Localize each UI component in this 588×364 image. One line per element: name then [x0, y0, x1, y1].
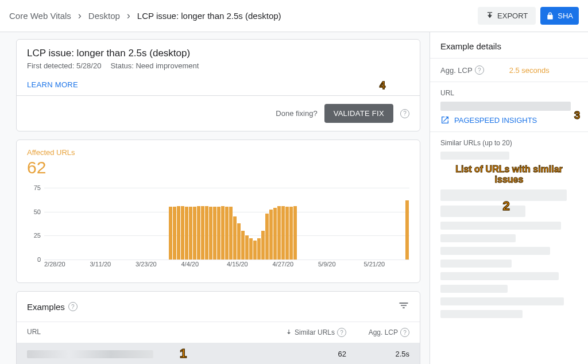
agg-lcp-value: 2.5 seconds	[509, 66, 550, 75]
issue-title: LCP issue: longer than 2.5s (desktop)	[27, 48, 409, 59]
list-item	[440, 297, 564, 305]
done-fixing-label: Done fixing?	[276, 109, 317, 118]
help-icon[interactable]: ?	[337, 328, 346, 337]
list-item	[440, 152, 509, 160]
example-details-panel: Example details Agg. LCP ? 2.5 seconds U…	[430, 32, 588, 364]
list-item	[440, 272, 559, 280]
chevron-right-icon: ›	[127, 10, 130, 22]
filter-icon[interactable]	[398, 300, 409, 313]
list-item	[440, 189, 567, 201]
similar-urls-label: Similar URLs (up to 20)	[440, 139, 578, 147]
first-detected: First detected: 5/28/20	[27, 61, 101, 70]
open-external-icon	[440, 115, 450, 125]
lock-icon	[546, 12, 554, 20]
help-icon[interactable]: ?	[68, 302, 78, 311]
breadcrumb-level-desktop[interactable]: Desktop	[88, 11, 120, 21]
download-icon	[486, 12, 494, 20]
list-item	[440, 260, 512, 268]
list-item	[440, 310, 523, 318]
sort-desc-icon	[285, 328, 292, 337]
list-item	[440, 234, 516, 242]
url-cell-redacted	[27, 350, 153, 358]
panel-title: Example details	[430, 32, 588, 58]
breadcrumb-root[interactable]: Core Web Vitals	[9, 11, 71, 21]
export-label: EXPORT	[497, 11, 528, 20]
url-section-label: URL	[440, 89, 578, 97]
list-item	[440, 206, 525, 217]
help-icon[interactable]: ?	[400, 328, 409, 337]
similar-cell: 62	[272, 350, 346, 358]
annotation-text: List of URLs with similar issues	[440, 164, 578, 185]
issue-card: LCP issue: longer than 2.5s (desktop) Fi…	[16, 39, 420, 131]
examples-card: Examples ? URL Similar URLs ? Agg. LCP ?	[16, 291, 420, 364]
share-label: SHA	[558, 11, 573, 20]
export-button[interactable]: EXPORT	[478, 7, 536, 25]
affected-label: Affected URLs	[27, 148, 409, 157]
affected-urls-chart: 0255075 2/28/203/11/203/23/204/4/204/15/…	[27, 188, 409, 277]
help-icon[interactable]: ?	[475, 65, 484, 75]
chevron-right-icon: ›	[78, 10, 82, 22]
affected-count: 62	[27, 158, 409, 177]
header-bar: Core Web Vitals › Desktop › LCP issue: l…	[0, 0, 588, 32]
list-item	[440, 247, 550, 255]
affected-urls-card: Affected URLs 62 0255075 2/28/203/11/203…	[16, 140, 420, 283]
table-row[interactable]: 1 62 2.5s	[17, 343, 420, 364]
validate-fix-button[interactable]: VALIDATE FIX	[324, 104, 393, 123]
breadcrumb: Core Web Vitals › Desktop › LCP issue: l…	[9, 10, 281, 22]
col-agg-lcp[interactable]: Agg. LCP ?	[346, 328, 409, 337]
url-value-redacted	[440, 102, 571, 111]
breadcrumb-current: LCP issue: longer than 2.5s (desktop)	[137, 11, 281, 21]
col-similar[interactable]: Similar URLs ?	[272, 328, 346, 337]
examples-title: Examples ?	[27, 302, 78, 312]
agg-lcp-label: Agg. LCP ?	[440, 65, 484, 75]
status-text: Status: Need improvement	[110, 61, 199, 70]
share-button[interactable]: SHA	[540, 7, 579, 25]
learn-more-link[interactable]: LEARN MORE	[27, 80, 78, 89]
agg-cell: 2.5s	[346, 350, 409, 358]
list-item	[440, 285, 508, 293]
list-item	[440, 222, 561, 230]
col-url[interactable]: URL	[27, 328, 272, 337]
main-content: LCP issue: longer than 2.5s (desktop) Fi…	[0, 32, 430, 364]
help-icon[interactable]: ?	[400, 109, 409, 118]
pagespeed-insights-link[interactable]: PAGESPEED INSIGHTS	[440, 115, 578, 125]
